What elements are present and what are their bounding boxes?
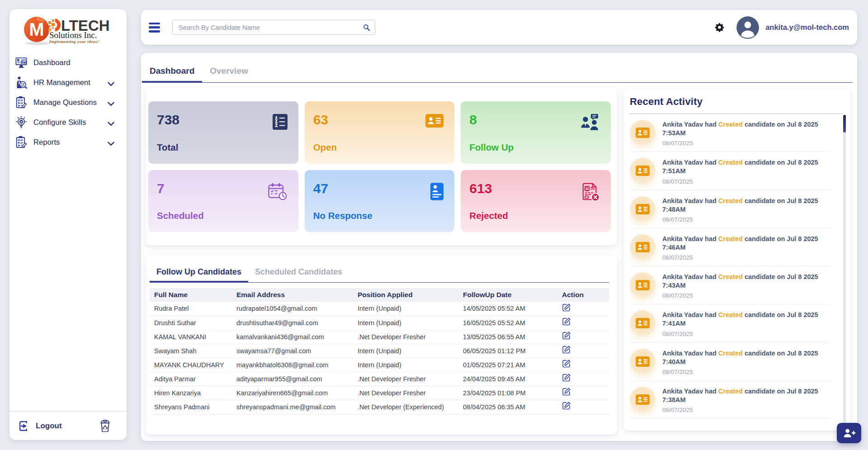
- main-tab-label: Dashboard: [150, 66, 194, 76]
- candidate-followup-date: 23/04/2025 01:08 PM: [458, 386, 557, 400]
- edit-icon[interactable]: [562, 373, 571, 382]
- candidate-position: .Net Developer Fresher: [353, 330, 458, 344]
- main-panel: Dashboard Overview 738 Total 63 Open 8 F…: [141, 53, 857, 441]
- resume-reject-icon: [581, 183, 600, 204]
- activity-action: Created: [718, 388, 743, 395]
- activity-item[interactable]: Ankita Yadav had Created candidate on Ju…: [630, 304, 830, 342]
- address-card-icon: [636, 242, 650, 252]
- activity-item[interactable]: Ankita Yadav had Created candidate on Ju…: [630, 266, 830, 304]
- main-tabs: Dashboard Overview: [141, 53, 857, 83]
- activity-action: Created: [718, 273, 743, 280]
- candidate-name: Drushti Suthar: [150, 316, 232, 330]
- edit-icon[interactable]: [562, 387, 571, 396]
- logout-icon: [18, 420, 30, 432]
- stat-card[interactable]: 8 Follow Up: [461, 101, 611, 164]
- activity-time: 7:40AM: [662, 358, 818, 366]
- stat-card[interactable]: 738 Total: [148, 101, 298, 164]
- edit-icon[interactable]: [562, 331, 571, 340]
- address-card-icon: [636, 280, 650, 290]
- sidebar-item[interactable]: Manage Questions: [9, 92, 127, 112]
- stat-card[interactable]: 613 Rejected: [461, 170, 611, 232]
- activity-date: 08/07/2025: [662, 407, 818, 413]
- candidates-tab[interactable]: Follow Up Candidates: [150, 267, 248, 283]
- candidates-tabs: Follow Up Candidates Scheduled Candidate…: [150, 255, 609, 283]
- stat-value: 738: [157, 112, 288, 127]
- stat-label: Rejected: [469, 210, 601, 221]
- edit-icon[interactable]: [562, 345, 571, 354]
- stats-section: 738 Total 63 Open 8 Follow Up 7 Schedule…: [146, 88, 617, 246]
- edit-icon[interactable]: [562, 303, 571, 312]
- gear-icon[interactable]: [715, 23, 724, 32]
- candidates-tab-label: Follow Up Candidates: [156, 267, 241, 276]
- activity-scrollbar-thumb[interactable]: [843, 115, 846, 133]
- stat-card[interactable]: 7 Scheduled: [148, 170, 298, 232]
- candidate-position: Intern (Unpaid): [353, 302, 458, 316]
- candidates-tab[interactable]: Scheduled Candidates: [248, 267, 349, 283]
- candidate-email: drushtisuthar49@gmail.com: [232, 316, 353, 330]
- sidebar-item[interactable]: HR Management: [9, 72, 127, 92]
- avatar[interactable]: [736, 16, 759, 39]
- col-header-position: Position Applied: [353, 288, 458, 302]
- stat-card[interactable]: 63 Open: [305, 101, 455, 164]
- sidebar-item-label: Manage Questions: [33, 98, 97, 107]
- address-card-icon: [636, 204, 650, 214]
- sidebar-item[interactable]: Reports: [9, 132, 127, 152]
- main-tab[interactable]: Overview: [202, 66, 256, 83]
- trash-recycle-icon[interactable]: [100, 420, 111, 432]
- add-candidate-fab[interactable]: [837, 423, 861, 443]
- activity-item[interactable]: Ankita Yadav had Created candidate on Ju…: [630, 152, 830, 190]
- svg-text:M: M: [29, 19, 44, 39]
- main-tab[interactable]: Dashboard: [142, 66, 202, 83]
- col-header-action: Action: [557, 288, 609, 302]
- edit-icon[interactable]: [562, 359, 571, 368]
- sidebar-item-label: Reports: [33, 138, 60, 147]
- activity-action: Created: [718, 311, 743, 318]
- activity-item[interactable]: Ankita Yadav had Created candidate on Ju…: [630, 114, 830, 152]
- candidates-tab-label: Scheduled Candidates: [255, 267, 342, 276]
- stat-label: Scheduled: [157, 210, 288, 221]
- candidate-email: swayamsa77@gmail.com: [232, 344, 353, 358]
- candidate-position: .Net Developer Fresher: [353, 372, 458, 386]
- activity-date: 08/07/2025: [662, 178, 818, 185]
- activity-item[interactable]: Ankita Yadav had Created candidate on Ju…: [630, 190, 830, 228]
- edit-icon[interactable]: [562, 317, 571, 326]
- edit-icon[interactable]: [562, 401, 571, 410]
- activity-scrollbar[interactable]: [843, 115, 846, 428]
- col-header-full-name: Full Name: [150, 288, 232, 302]
- candidate-row: Drushti Suthar drushtisuthar49@gmail.com…: [150, 316, 609, 330]
- candidate-name: Shreyans Padmani: [150, 400, 232, 414]
- address-card-icon: [425, 114, 443, 129]
- candidate-email: Kanzariyahiren665@gmail.com: [232, 386, 353, 400]
- sidebar-item-label: HR Management: [33, 78, 90, 87]
- sidebar: M LTECH Solutions Inc. Implementing your…: [9, 9, 127, 440]
- activity-action: Created: [718, 197, 743, 204]
- activity-item[interactable]: Ankita Yadav had Created candidate on Ju…: [630, 381, 830, 419]
- activity-item[interactable]: Ankita Yadav had Created candidate on Ju…: [630, 228, 830, 266]
- activity-date: 08/07/2025: [662, 254, 818, 261]
- sidebar-item[interactable]: Configure Skills: [9, 112, 127, 132]
- activity-date: 08/07/2025: [662, 331, 818, 337]
- stat-label: Open: [313, 142, 445, 153]
- search-icon[interactable]: [362, 23, 371, 32]
- candidate-followup-date: 24/04/2025 09:45 AM: [458, 372, 557, 386]
- activity-item[interactable]: Ankita Yadav had Created candidate on Ju…: [630, 343, 830, 381]
- col-header-email: Email Address: [232, 288, 353, 302]
- address-card-icon: [636, 128, 650, 138]
- svg-text:Implementing your ideas!: Implementing your ideas!: [49, 39, 99, 44]
- candidate-name: Swayam Shah: [150, 344, 232, 358]
- search-input[interactable]: [172, 20, 375, 35]
- hamburger-menu-icon[interactable]: [149, 23, 160, 33]
- stat-card[interactable]: 47 No Response: [305, 170, 455, 232]
- candidate-name: Aditya Parmar: [150, 372, 232, 386]
- candidate-name: KAMAL VANKANI: [150, 330, 232, 344]
- svg-text:Solutions Inc.: Solutions Inc.: [49, 30, 97, 40]
- activity-time: 7:38AM: [662, 396, 818, 404]
- activity-date: 08/07/2025: [662, 369, 818, 375]
- candidate-row: Swayam Shah swayamsa77@gmail.com Intern …: [150, 344, 609, 358]
- activity-action: Created: [718, 350, 743, 357]
- activity-message: Ankita Yadav had Created candidate on Ju…: [662, 387, 818, 404]
- logout-button[interactable]: Logout: [36, 422, 62, 431]
- activity-message: Ankita Yadav had Created candidate on Ju…: [662, 311, 818, 328]
- sidebar-item[interactable]: Dashboard: [9, 52, 127, 72]
- sidebar-item-label: Dashboard: [33, 58, 71, 67]
